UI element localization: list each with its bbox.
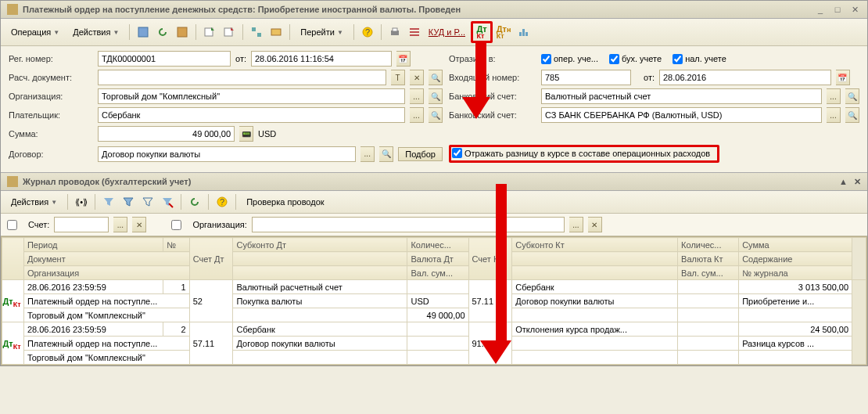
contract-search-icon[interactable]: 🔍 <box>379 146 393 162</box>
journal-title: Журнал проводок (бухгалтерский учет) <box>23 177 839 186</box>
filter-org-chk[interactable] <box>171 220 181 230</box>
chk-reflect-diff[interactable]: Отражать разницу в курсе в составе опера… <box>452 148 710 158</box>
filter-acc-select[interactable]: ... <box>113 217 127 232</box>
calendar2-icon[interactable]: 📅 <box>836 70 850 85</box>
svg-rect-11 <box>410 28 419 30</box>
goto-menu[interactable]: Перейти▼ <box>295 25 349 39</box>
col-qty[interactable]: Количес... <box>407 238 468 252</box>
refresh2-icon[interactable] <box>186 193 203 211</box>
svg-text:?: ? <box>220 197 224 207</box>
table-row[interactable]: Торговый дом "Комплексный" 49 000,00 <box>2 308 866 322</box>
col-content[interactable]: Содержание <box>739 252 852 266</box>
filter-acc-chk[interactable] <box>7 220 17 230</box>
reg-input[interactable]: ТДК00000001 <box>98 51 231 67</box>
filter3-icon[interactable] <box>139 193 156 211</box>
payer-search-icon[interactable]: 🔍 <box>429 107 443 123</box>
sum-input[interactable]: 49 000,00 <box>98 126 235 142</box>
calendar-icon[interactable]: 📅 <box>396 51 411 67</box>
chk-buh[interactable]: бух. учете <box>609 54 662 64</box>
structure-icon[interactable] <box>248 23 265 41</box>
podbor-button[interactable]: Подбор <box>398 147 443 161</box>
doc-clear-icon[interactable]: ✕ <box>410 70 424 85</box>
bank-acc2-input[interactable]: СЗ БАНК СБЕРБАНКА РФ (Валютный, USD) <box>541 107 822 123</box>
table-row[interactable]: Платежный ордер на поступле... Договор п… <box>2 337 866 351</box>
col-sum[interactable]: Сумма <box>739 238 852 252</box>
form-icon[interactable] <box>135 23 152 41</box>
col-num[interactable]: № <box>163 238 189 252</box>
col-acc-kt[interactable]: Счет Кт <box>468 238 512 280</box>
payer-input[interactable]: Сбербанк <box>98 107 405 123</box>
col-period[interactable]: Период <box>23 238 163 252</box>
col-journal-num[interactable]: № журнала <box>739 266 852 280</box>
save-icon[interactable] <box>174 23 191 41</box>
filter-org-select[interactable]: ... <box>569 217 583 232</box>
filter-org-input[interactable] <box>252 217 565 232</box>
maximize-button[interactable]: □ <box>831 4 844 15</box>
filter1-icon[interactable] <box>100 193 117 211</box>
contract-select-icon[interactable]: ... <box>360 146 375 162</box>
report-icon[interactable] <box>515 23 532 41</box>
bank-search-icon[interactable]: 🔍 <box>845 88 859 104</box>
col-valsum[interactable]: Вал. сум... <box>407 266 468 280</box>
payer-select-icon[interactable]: ... <box>410 107 424 123</box>
nav-first-icon[interactable]: ⟪•⟫ <box>73 193 90 211</box>
postings-table[interactable]: Период № Счет Дт Субконто Дт Количес... … <box>2 237 866 365</box>
incoming-date-input[interactable]: 28.06.2016 <box>659 70 831 85</box>
calc-icon[interactable]: 📟 <box>239 126 253 142</box>
table-row[interactable]: Торговый дом "Комплексный" <box>2 351 866 365</box>
col-sub-dt[interactable]: Субконто Дт <box>233 238 407 252</box>
doc-input[interactable] <box>98 70 386 85</box>
col-document[interactable]: Документ <box>23 252 189 266</box>
help2-icon[interactable]: ? <box>213 193 231 211</box>
bank-select-icon[interactable]: ... <box>827 88 841 104</box>
close-button[interactable]: ✕ <box>848 4 861 15</box>
org-search-icon[interactable]: 🔍 <box>429 88 443 104</box>
refresh-icon[interactable] <box>154 23 171 41</box>
basis-icon[interactable] <box>267 23 285 41</box>
post-icon[interactable] <box>201 23 218 41</box>
table-row[interactable]: ДтКт 28.06.2016 23:59:59 1 52 Валютный р… <box>2 280 866 294</box>
dtkt-nal-button[interactable]: ДтнКт <box>495 23 512 41</box>
col-qty2[interactable]: Количес... <box>678 238 739 252</box>
journal-actions[interactable]: Действия▼ <box>5 195 63 209</box>
table-row[interactable]: Платежный ордер на поступле... Покупка в… <box>2 294 866 308</box>
check-postings[interactable]: Проверка проводок <box>241 195 329 209</box>
actions-menu[interactable]: Действия▼ <box>67 25 124 39</box>
col-organization[interactable]: Организация <box>23 266 189 280</box>
col-val-dt[interactable]: Валюта Дт <box>407 252 468 266</box>
col-acc-dt[interactable]: Счет Дт <box>189 238 233 280</box>
filter-clear-icon[interactable] <box>159 193 176 211</box>
kud-link[interactable]: КУД и Р... <box>425 27 468 37</box>
minimize-button[interactable]: _ <box>814 4 827 15</box>
operation-menu[interactable]: Операция▼ <box>5 25 65 39</box>
col-sub-kt[interactable]: Субконто Кт <box>512 238 678 252</box>
print-icon[interactable] <box>386 23 404 41</box>
journal-collapse-icon[interactable]: ▲ <box>839 177 848 186</box>
col-val-kt[interactable]: Валюта Кт <box>678 252 739 266</box>
journal-close-icon[interactable]: ✕ <box>854 177 861 187</box>
filter-acc-input[interactable] <box>54 217 109 232</box>
settings-icon[interactable] <box>406 23 423 41</box>
filter-org-clear[interactable]: ✕ <box>588 217 602 232</box>
bank2-search-icon[interactable]: 🔍 <box>845 107 859 123</box>
contract-input[interactable]: Договор покупки валюты <box>98 146 356 162</box>
doc-t-icon[interactable]: T <box>391 70 405 85</box>
bank2-select-icon[interactable]: ... <box>827 107 841 123</box>
dtkt-button[interactable]: ДтКт <box>473 23 490 41</box>
org-input[interactable]: Торговый дом "Комплексный" <box>98 88 405 104</box>
unpost-icon[interactable] <box>221 23 238 41</box>
chk-oper[interactable]: опер. уче... <box>541 54 598 64</box>
incoming-input[interactable]: 785 <box>541 70 631 85</box>
table-row[interactable]: ДтКт 28.06.2016 23:59:59 2 57.11 Сбербан… <box>2 322 866 337</box>
chk-nal[interactable]: нал. учете <box>673 54 726 64</box>
dtkt-icon: ДтКт <box>5 295 18 308</box>
filter-acc-clear[interactable]: ✕ <box>132 217 146 232</box>
col-valsum2[interactable]: Вал. сум... <box>678 266 739 280</box>
org-select-icon[interactable]: ... <box>410 88 424 104</box>
form-panel: Рег. номер: ТДК00000001 от: 28.06.2016 1… <box>1 46 867 171</box>
date-input[interactable]: 28.06.2016 11:16:54 <box>251 51 392 67</box>
doc-search-icon[interactable]: 🔍 <box>429 70 443 85</box>
filter2-icon[interactable] <box>120 193 137 211</box>
bank-acc-input[interactable]: Валютный расчетный счет <box>541 88 822 104</box>
help-icon[interactable]: ? <box>359 23 376 41</box>
